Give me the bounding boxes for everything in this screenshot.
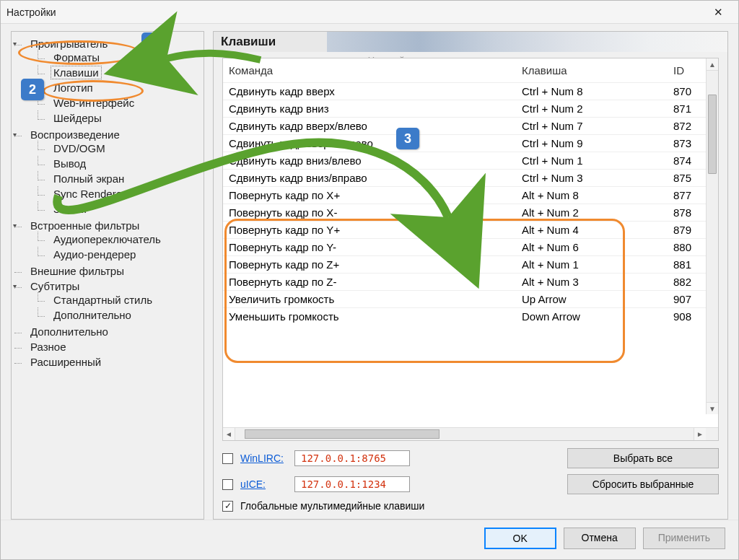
cell-key: Alt + Num 4 — [516, 222, 668, 238]
cell-key: Ctrl + Num 8 — [516, 83, 668, 100]
cell-command: Повернуть кадр по X- — [223, 204, 516, 221]
category-tree[interactable]: ▾Проигрыватель Форматы Клавиши Логотип W… — [14, 36, 201, 369]
cell-command: Повернуть кадр по Z+ — [223, 256, 516, 273]
col-command[interactable]: Команда — [223, 61, 516, 79]
chevron-down-icon[interactable]: ▾ — [11, 222, 18, 229]
select-all-button[interactable]: Выбрать все — [567, 448, 719, 468]
cell-command: Повернуть кадр по Y+ — [223, 222, 516, 238]
cell-command: Сдвинуть кадр вниз/влево — [223, 152, 516, 169]
col-key[interactable]: Клавиша — [516, 61, 668, 79]
tree-fullscreen[interactable]: Полный экран — [51, 172, 127, 185]
uice-row: uICE: 127.0.0.1:1234 — [222, 476, 553, 492]
table-row[interactable]: Сдвинуть кадр вниз/вправоCtrl + Num 3875 — [223, 169, 718, 186]
tree-advsub[interactable]: Дополнительно — [51, 309, 134, 321]
uice-address-input[interactable]: 127.0.0.1:1234 — [294, 476, 410, 492]
table-row[interactable]: Повернуть кадр по X-Alt + Num 2878 — [223, 204, 718, 221]
tree-playback[interactable]: Воспроизведение — [27, 128, 123, 141]
table-row[interactable]: Повернуть кадр по Y+Alt + Num 4879 — [223, 221, 718, 238]
table-row[interactable]: Сдвинуть кадр вверхCtrl + Num 8870 — [223, 82, 718, 100]
global-keys-label: Глобальные мультимедийные клавиши — [240, 500, 424, 512]
horizontal-scrollbar[interactable]: ◄ ► — [223, 427, 718, 440]
tree-formats[interactable]: Форматы — [51, 51, 102, 64]
table-row[interactable]: Увеличить громкостьUp Arrow907 — [223, 290, 718, 307]
cell-key: Ctrl + Num 1 — [516, 152, 668, 169]
scroll-up-icon[interactable]: ▲ — [707, 58, 718, 71]
tree-sync[interactable]: Sync Renderer — [51, 188, 128, 200]
scroll-right-icon[interactable]: ► — [694, 428, 706, 440]
scrollbar-thumb[interactable] — [245, 429, 440, 439]
tree-advanced[interactable]: Расширенный — [27, 356, 104, 368]
tree-dvdogm[interactable]: DVD/OGM — [51, 142, 108, 154]
cell-command: Сдвинуть кадр вверх/влево — [223, 118, 516, 134]
settings-window: Настройки ✕ ▾Проигрыватель Форматы Клави… — [0, 0, 739, 560]
cell-key: Down Arrow — [516, 308, 668, 325]
scrollbar-thumb[interactable] — [708, 95, 717, 174]
tree-web[interactable]: Web-интерфейс — [51, 97, 137, 109]
cell-key: Alt + Num 2 — [516, 204, 668, 221]
winlirc-row: WinLIRC: 127.0.0.1:8765 — [222, 450, 553, 466]
table-row[interactable]: Повернуть кадр по Z+Alt + Num 1881 — [223, 255, 718, 273]
tree-builtin[interactable]: Встроенные фильтры — [27, 219, 142, 232]
panel-title: Клавиши — [214, 32, 727, 52]
tree-misc[interactable]: Разное — [27, 341, 69, 353]
global-keys-checkbox[interactable]: ✓ — [222, 501, 233, 512]
tree-player[interactable]: Проигрыватель — [27, 38, 110, 50]
cancel-button[interactable]: Отмена — [564, 528, 636, 549]
table-row[interactable]: Уменьшить громкостьDown Arrow908 — [223, 307, 718, 325]
scroll-left-icon[interactable]: ◄ — [223, 428, 235, 440]
chevron-down-icon[interactable]: ▾ — [11, 131, 18, 139]
tree-output[interactable]: Вывод — [51, 157, 89, 170]
chevron-down-icon[interactable]: ▾ — [11, 40, 18, 48]
tree-logo[interactable]: Логотип — [51, 82, 96, 94]
table-row[interactable]: Сдвинуть кадр вверх/влевоCtrl + Num 7872 — [223, 117, 718, 134]
tree-extfilters[interactable]: Внешние фильтры — [27, 265, 127, 277]
tree-keys[interactable]: Клавиши — [51, 66, 102, 79]
vertical-scrollbar[interactable]: ▲ ▼ — [706, 58, 718, 414]
tree-subtitles[interactable]: Субтитры — [27, 280, 82, 292]
table-row[interactable]: Сдвинуть кадр внизCtrl + Num 2871 — [223, 100, 718, 117]
cell-command: Повернуть кадр по Z- — [223, 274, 516, 290]
window-title: Настройки — [6, 6, 704, 18]
cell-key: Ctrl + Num 3 — [516, 170, 668, 186]
cell-command: Уменьшить громкость — [223, 308, 516, 325]
table-row[interactable]: Повернуть кадр по Z-Alt + Num 3882 — [223, 273, 718, 290]
ok-button[interactable]: OK — [484, 528, 556, 549]
category-tree-panel: ▾Проигрыватель Форматы Клавиши Логотип W… — [11, 31, 204, 520]
cell-key: Alt + Num 6 — [516, 239, 668, 255]
uice-link[interactable]: uICE: — [240, 478, 287, 490]
cell-command: Повернуть кадр по Y- — [223, 239, 516, 255]
cell-key: Ctrl + Num 7 — [516, 118, 668, 134]
winlirc-address-input[interactable]: 127.0.0.1:8765 — [294, 450, 410, 466]
table-row[interactable]: Сдвинуть кадр вверх/вправоCtrl + Num 987… — [223, 134, 718, 152]
winlirc-checkbox[interactable] — [222, 453, 233, 464]
cell-command: Сдвинуть кадр вниз/вправо — [223, 170, 516, 186]
tree-stdstyle[interactable]: Стандартный стиль — [51, 294, 155, 306]
uice-checkbox[interactable] — [222, 479, 233, 490]
tree-capture[interactable]: Захват — [51, 203, 91, 215]
apply-button[interactable]: Применить — [643, 528, 725, 549]
cell-key: Alt + Num 8 — [516, 187, 668, 204]
table-header: Команда Клавиша ID — [223, 58, 718, 82]
cell-key: Up Arrow — [516, 291, 668, 307]
scroll-down-icon[interactable]: ▼ — [707, 402, 718, 414]
tree-audioswitch[interactable]: Аудиопереключатель — [51, 233, 164, 245]
cell-command: Сдвинуть кадр вверх — [223, 83, 516, 100]
cell-command: Сдвинуть кадр вниз — [223, 100, 516, 117]
table-row[interactable]: Повернуть кадр по Y-Alt + Num 6880 — [223, 238, 718, 255]
cell-key: Alt + Num 1 — [516, 256, 668, 273]
reset-selected-button[interactable]: Сбросить выбранные — [567, 474, 719, 494]
tree-audiorender[interactable]: Аудио-рендерер — [51, 248, 139, 261]
table-row[interactable]: Сдвинуть кадр вниз/влевоCtrl + Num 1874 — [223, 152, 718, 169]
key-table[interactable]: Команда Клавиша ID Сдвинуть кадр вверхCt… — [222, 58, 719, 441]
chevron-down-icon[interactable]: ▾ — [11, 283, 18, 290]
close-icon[interactable]: ✕ — [704, 2, 733, 22]
tree-shaders[interactable]: Шейдеры — [51, 112, 105, 124]
global-keys-row: ✓ Глобальные мультимедийные клавиши — [222, 500, 719, 512]
tree-additional[interactable]: Дополнительно — [27, 325, 111, 338]
cell-key: Ctrl + Num 9 — [516, 135, 668, 152]
keys-panel: Клавиши Настройка компьютера www.compute… — [213, 31, 728, 520]
cell-command: Повернуть кадр по X+ — [223, 187, 516, 204]
table-row[interactable]: Повернуть кадр по X+Alt + Num 8877 — [223, 186, 718, 204]
titlebar: Настройки ✕ — [1, 1, 738, 24]
winlirc-link[interactable]: WinLIRC: — [240, 452, 287, 464]
